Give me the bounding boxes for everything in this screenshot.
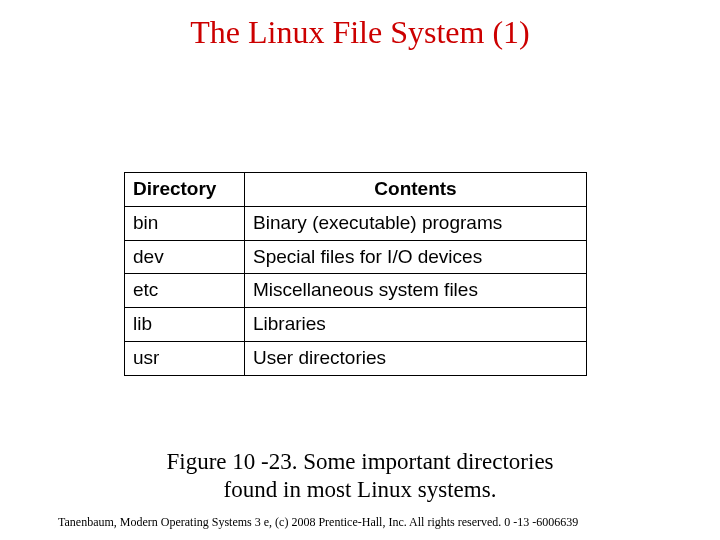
cell-directory: etc — [125, 274, 245, 308]
table-header-row: Directory Contents — [125, 173, 587, 207]
header-directory: Directory — [125, 173, 245, 207]
header-contents: Contents — [245, 173, 587, 207]
cell-directory: dev — [125, 240, 245, 274]
cell-contents: Miscellaneous system files — [245, 274, 587, 308]
table-row: usr User directories — [125, 341, 587, 375]
slide: The Linux File System (1) Directory Cont… — [0, 0, 720, 540]
caption-line2: found in most Linux systems. — [224, 477, 497, 502]
cell-contents: Binary (executable) programs — [245, 206, 587, 240]
table-row: bin Binary (executable) programs — [125, 206, 587, 240]
directories-table: Directory Contents bin Binary (executabl… — [124, 172, 587, 376]
table-row: dev Special files for I/O devices — [125, 240, 587, 274]
cell-directory: usr — [125, 341, 245, 375]
copyright-footer: Tanenbaum, Modern Operating Systems 3 e,… — [58, 515, 578, 530]
table-row: lib Libraries — [125, 308, 587, 342]
caption-line1: Figure 10 -23. Some important directorie… — [166, 449, 553, 474]
cell-contents: User directories — [245, 341, 587, 375]
figure-caption: Figure 10 -23. Some important directorie… — [0, 448, 720, 503]
directories-table-container: Directory Contents bin Binary (executabl… — [124, 172, 586, 376]
cell-contents: Libraries — [245, 308, 587, 342]
slide-title: The Linux File System (1) — [0, 14, 720, 51]
cell-contents: Special files for I/O devices — [245, 240, 587, 274]
cell-directory: bin — [125, 206, 245, 240]
cell-directory: lib — [125, 308, 245, 342]
table-row: etc Miscellaneous system files — [125, 274, 587, 308]
